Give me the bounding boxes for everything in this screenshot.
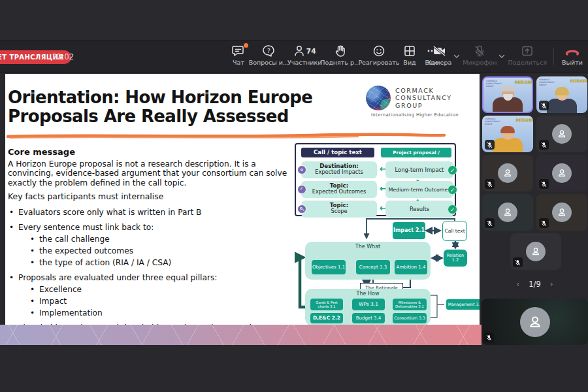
- cormack-logo: CORMACK CONSULTANCY GROUP Internationali…: [366, 86, 464, 118]
- dec-box: D,E&C 2.2: [310, 313, 343, 323]
- virtual-bg-banner-text: UKRAINE: [515, 80, 533, 84]
- participant-video-tile[interactable]: CORMACK CONSULTANCY GROUP UKRAINE: [482, 76, 533, 113]
- network-pattern: [0, 325, 482, 345]
- the-what-label: The What: [305, 244, 431, 250]
- view-button[interactable]: Вид: [399, 44, 421, 71]
- camera-options-chevron[interactable]: [453, 49, 460, 61]
- leave-button[interactable]: Выйти: [561, 44, 584, 67]
- participant-video-tile[interactable]: CORMACK CONSULTANCY GROUP UKRAINE: [482, 116, 533, 152]
- question-bubble-icon: ?: [261, 44, 276, 57]
- person-avatar-icon: [498, 163, 517, 183]
- react-button[interactable]: Реагировать: [359, 44, 399, 71]
- slide-title: Orientation: How Horizon Europe Proposal…: [8, 88, 374, 127]
- react-label: Реагировать: [358, 59, 399, 66]
- mic-options-chevron[interactable]: [498, 49, 505, 61]
- virtual-bg-logo-text: CORMACK CONSULTANCY GROUP: [539, 79, 561, 87]
- raise-hand-icon: [334, 44, 347, 57]
- the-what-panel: The What Objectives 1.1 Concept 1.3 Ambi…: [305, 242, 431, 280]
- share-label: Поделиться: [508, 59, 547, 66]
- mic-button[interactable]: Микрофон: [461, 44, 498, 67]
- bullet-item: •Every sentence must link back to:: [8, 223, 289, 232]
- virtual-bg-banner-text: UKRAINE: [516, 118, 533, 122]
- bullet-item: •the type of action (RIA / IA / CSA): [8, 258, 289, 267]
- wps-box: WPs 3.1: [352, 299, 385, 310]
- project-proposal-header: Project proposal / Execution: [381, 148, 451, 157]
- bullet-item: •Implementation: [8, 308, 289, 318]
- pager-prev-chevron[interactable]: ‹: [516, 280, 519, 289]
- expected-outcomes-cell: ✓ Topic: Expected Outcomes: [301, 181, 377, 198]
- check-circle-icon: ✓: [448, 204, 457, 214]
- destination-cell: Destination: Expected Impacts: [301, 161, 377, 178]
- person-avatar-icon: [526, 242, 546, 261]
- participant-avatar-tile[interactable]: [482, 155, 533, 191]
- camera-off-icon: [432, 44, 448, 57]
- participants-button[interactable]: 74 Участники: [288, 44, 321, 71]
- orange-underline-stroke: [5, 131, 449, 140]
- participants-pager: ‹ 1/9 ›: [482, 278, 588, 291]
- featured-participant-tile[interactable]: [482, 299, 588, 345]
- smiley-icon: [372, 44, 385, 57]
- participant-avatar-tile[interactable]: [536, 194, 587, 231]
- muted-mic-icon: [539, 179, 549, 189]
- results-cell: Results ✓: [385, 201, 453, 218]
- participant-portrait: [493, 87, 523, 113]
- scope-cell: Topic: Scope: [301, 201, 377, 218]
- call-topic-header: Call / topic text: [301, 148, 374, 157]
- window-titlebar: [0, 0, 588, 41]
- toolbar-center-group: Чат ? Вопросы и... 74 Участники Поднят: [227, 44, 443, 71]
- muted-mic-icon: [485, 218, 495, 228]
- camera-button[interactable]: Камера: [426, 44, 453, 67]
- share-button[interactable]: Поделиться: [506, 44, 548, 67]
- chat-button[interactable]: Чат: [227, 44, 250, 71]
- muted-mic-icon: [484, 333, 494, 342]
- globe-network-icon: [366, 86, 391, 110]
- bullet-item: •Excellence: [8, 285, 289, 294]
- budget-box: Budget 3.4: [352, 313, 385, 323]
- grid-view-icon: [403, 44, 416, 57]
- questions-button[interactable]: ? Вопросы и...: [250, 44, 288, 71]
- muted-mic-icon: [539, 140, 549, 150]
- participant-avatar-tile[interactable]: [536, 116, 587, 152]
- core-message-heading: Core message: [8, 147, 75, 157]
- participants-icon-wrap: 74: [293, 44, 316, 57]
- slide-bullet-list: •Evaluators score only what is written i…: [8, 202, 289, 325]
- the-how-panel: The How Gantt & Pert charts 3.1 WPs 3.1 …: [305, 289, 431, 325]
- bullet-item: •Evaluators score only what is written i…: [8, 208, 289, 217]
- chat-label: Чат: [233, 59, 244, 66]
- person-avatar-icon: [552, 203, 572, 222]
- camera-label: Камера: [427, 59, 451, 66]
- concept-box: Concept 1.3: [356, 260, 390, 274]
- participants-label: Участники: [287, 59, 321, 66]
- milestones-box: Milestones & Deliverables 3.1: [393, 299, 427, 310]
- participants-sidebar: CORMACK CONSULTANCY GROUP UKRAINE CORMAC…: [482, 73, 588, 392]
- logo-tagline: Internationalising Higher Education: [366, 112, 464, 118]
- meeting-timer: 22:02: [52, 52, 74, 61]
- assessment-mapping-diagram: Call / topic text Project proposal / Exe…: [295, 143, 456, 216]
- management-box: Management 3.2: [446, 299, 480, 310]
- muted-mic-icon: [513, 257, 523, 267]
- share-screen-icon: [521, 44, 534, 57]
- pager-position: 1/9: [529, 280, 541, 289]
- leave-call-icon: [564, 44, 580, 57]
- participant-portrait: [493, 127, 523, 152]
- leave-label: Выйти: [562, 59, 583, 66]
- relation-box: Relation 1.2: [444, 250, 467, 267]
- raise-hand-button[interactable]: Поднять р...: [321, 44, 359, 71]
- participant-avatar-tile[interactable]: [482, 194, 533, 231]
- check-circle-icon: ✓: [448, 165, 457, 175]
- participant-video-tile[interactable]: CORMACK CONSULTANCY GROUP UKRAINE: [536, 76, 587, 113]
- ambition-box: Ambition 1.4: [395, 260, 427, 274]
- participant-portrait: [547, 88, 577, 113]
- presentation-slide: Orientation: How Horizon Europe Proposal…: [5, 74, 480, 325]
- person-avatar-icon: [498, 203, 517, 222]
- participant-avatar-tile[interactable]: [510, 233, 561, 270]
- participant-avatar-tile[interactable]: [536, 155, 587, 191]
- meeting-toolbar: ИДЕТ ТРАНСЛЯЦИЯ 22:02 Чат ? Вопросы и...…: [0, 41, 588, 73]
- muted-mic-icon: [539, 101, 549, 110]
- pager-next-chevron[interactable]: ›: [550, 280, 553, 289]
- objectives-box: Objectives 1.1: [312, 260, 346, 274]
- muted-mic-icon: [485, 179, 495, 189]
- core-message-body: A Horizon Europe proposal is not a resea…: [8, 159, 287, 188]
- participants-count: 74: [306, 47, 316, 55]
- person-avatar-icon: [552, 163, 572, 183]
